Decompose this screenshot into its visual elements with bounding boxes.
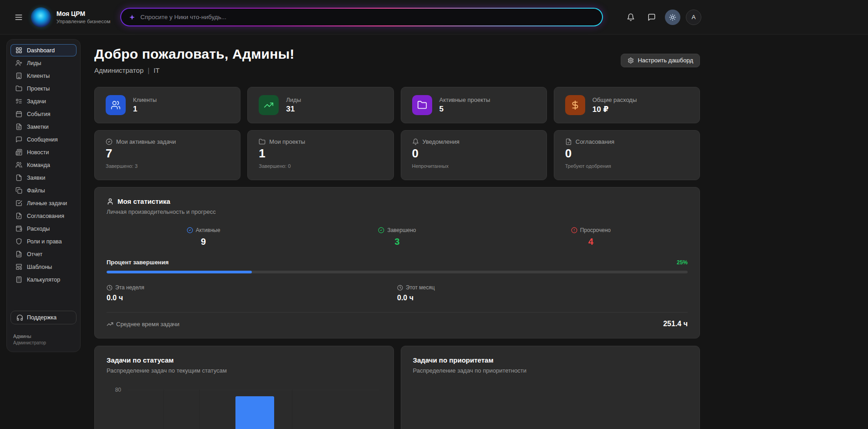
sidebar-item-dashboard[interactable]: Dashboard: [10, 44, 77, 56]
sidebar-item-roles[interactable]: Роли и права: [10, 235, 77, 247]
sidebar-item-messages[interactable]: Сообщения: [10, 133, 77, 146]
info-card-sub: Непрочитанных: [412, 163, 536, 169]
info-card-value: 0: [565, 147, 689, 159]
sidebar-item-label: Проекты: [27, 86, 50, 92]
avatar-letter: A: [692, 14, 696, 20]
average-task-time: Среднее время задачи 251.4 ч: [107, 313, 688, 328]
chart-title: Задачи по статусам: [107, 356, 382, 364]
sidebar-item-personal-tasks[interactable]: Личные задачи: [10, 197, 77, 209]
sidebar-item-expenses[interactable]: Расходы: [10, 222, 77, 235]
sidebar-item-label: Шаблоны: [27, 264, 52, 270]
stat-card-label: Общие расходы: [592, 96, 637, 103]
configure-dashboard-label: Настроить дашборд: [638, 57, 693, 64]
info-card-label: Уведомления: [423, 138, 460, 145]
ai-search: [120, 8, 603, 26]
file-chart-icon: [15, 251, 22, 257]
info-card-approvals[interactable]: Согласования 0 Требуют одобрения: [554, 130, 700, 180]
sidebar-item-tasks[interactable]: Задачи: [10, 95, 77, 107]
messages-button[interactable]: [644, 10, 659, 25]
sidebar-item-requests[interactable]: Заявки: [10, 172, 77, 184]
stat-card-clients[interactable]: Клиенты 1: [94, 87, 240, 123]
wallet-icon: [15, 225, 22, 232]
info-card-sub: Завершено: 3: [106, 163, 229, 169]
avg-value: 251.4 ч: [663, 320, 688, 328]
sidebar-item-label: Dashboard: [27, 47, 55, 54]
sidebar-item-report[interactable]: Отчет: [10, 248, 77, 260]
theme-toggle-button[interactable]: [665, 10, 680, 25]
stat-overdue: Просрочено 4: [494, 227, 688, 247]
week-label: Эта неделя: [115, 284, 144, 291]
info-card-notifications[interactable]: Уведомления 0 Непрочитанных: [401, 130, 547, 180]
sidebar-item-templates[interactable]: Шаблоны: [10, 261, 77, 273]
gridline: [292, 390, 292, 429]
priority-chart-plot: [413, 384, 688, 429]
building-icon: [15, 72, 22, 79]
sidebar-item-label: События: [27, 111, 51, 117]
calendar-icon: [15, 111, 22, 117]
sidebar-item-label: Заявки: [27, 175, 45, 181]
stat-card-value: 5: [439, 105, 490, 114]
sidebar-item-label: Клиенты: [27, 73, 50, 79]
check-circle-icon: [187, 227, 193, 233]
sidebar-item-events[interactable]: События: [10, 108, 77, 120]
stat-card-label: Активные проекты: [439, 96, 490, 103]
week-hours: Эта неделя 0.0 ч: [107, 284, 397, 302]
ai-search-input[interactable]: [140, 14, 595, 20]
stat-active-value: 9: [201, 237, 206, 247]
sidebar-item-calculator[interactable]: Калькулятор: [10, 273, 77, 286]
info-card-sub: Требуют одобрения: [565, 163, 689, 169]
stat-card-leads[interactable]: Лиды 31: [247, 87, 393, 123]
sidebar-item-label: Заметки: [27, 124, 49, 130]
gridline: [128, 390, 379, 390]
stat-card-total-expenses[interactable]: Общие расходы 10 ₽: [554, 87, 700, 123]
sidebar-item-label: Команда: [27, 162, 50, 168]
sidebar-item-news[interactable]: Новости: [10, 146, 77, 158]
user-icon: [107, 198, 114, 205]
headphones-icon: [16, 314, 23, 321]
sidebar-item-notes[interactable]: Заметки: [10, 121, 77, 133]
notifications-button[interactable]: [623, 10, 638, 25]
info-card-label: Согласования: [576, 138, 614, 145]
copy-icon: [15, 187, 22, 194]
user-department-text: IT: [153, 66, 159, 74]
stat-completed-label: Завершено: [387, 227, 416, 233]
configure-dashboard-button[interactable]: Настроить дашборд: [621, 54, 700, 67]
sidebar-item-label: Роли и права: [27, 238, 62, 245]
sidebar-item-label: Задачи: [27, 98, 46, 105]
users-icon: [106, 95, 126, 115]
stat-card-active-projects[interactable]: Активные проекты 5: [401, 87, 547, 123]
statistics-subtitle: Личная производительность и прогресс: [107, 208, 688, 215]
check-square-icon: [15, 200, 22, 207]
info-card-my-active-tasks[interactable]: Мои активные задачи 7 Завершено: 3: [94, 130, 240, 180]
sun-icon: [669, 14, 676, 21]
app-logo: [31, 7, 51, 27]
trending-up-icon: [107, 321, 113, 328]
sidebar-item-leads[interactable]: Лиды: [10, 57, 77, 69]
sidebar-user-name: Админы: [13, 333, 77, 339]
user-avatar[interactable]: A: [686, 10, 701, 25]
trending-up-icon: [259, 95, 279, 115]
alert-circle-icon: [571, 227, 577, 233]
sidebar-item-label: Согласования: [27, 213, 64, 219]
stat-active: Активные 9: [107, 227, 300, 247]
stat-cards-row: Клиенты 1 Лиды 31 Активные проекты 5: [94, 87, 700, 123]
sidebar-item-team[interactable]: Команда: [10, 159, 77, 171]
sidebar-item-clients[interactable]: Клиенты: [10, 70, 77, 82]
folder-icon: [259, 138, 266, 145]
sidebar-nav: Dashboard Лиды Клиенты Проекты Задачи Со…: [10, 44, 77, 286]
stat-completed-value: 3: [394, 237, 399, 247]
support-button[interactable]: Поддержка: [10, 311, 77, 324]
stat-card-value: 10 ₽: [592, 105, 637, 114]
progress-track: [107, 271, 688, 273]
sidebar-item-files[interactable]: Файлы: [10, 184, 77, 197]
chart-title: Задачи по приоритетам: [413, 356, 688, 364]
user-role-text: Администратор: [94, 66, 143, 74]
grid-icon: [15, 47, 22, 54]
sidebar-item-approvals[interactable]: Согласования: [10, 210, 77, 222]
sidebar-item-projects[interactable]: Проекты: [10, 82, 77, 95]
month-hours: Этот месяц 0.0 ч: [397, 284, 688, 302]
app-title: Моя ЦРМ: [56, 10, 110, 17]
info-card-my-projects[interactable]: Мои проекты 1 Завершено: 0: [247, 130, 393, 180]
app-subtitle: Управление бизнесом: [56, 19, 110, 24]
menu-button[interactable]: [11, 10, 26, 25]
